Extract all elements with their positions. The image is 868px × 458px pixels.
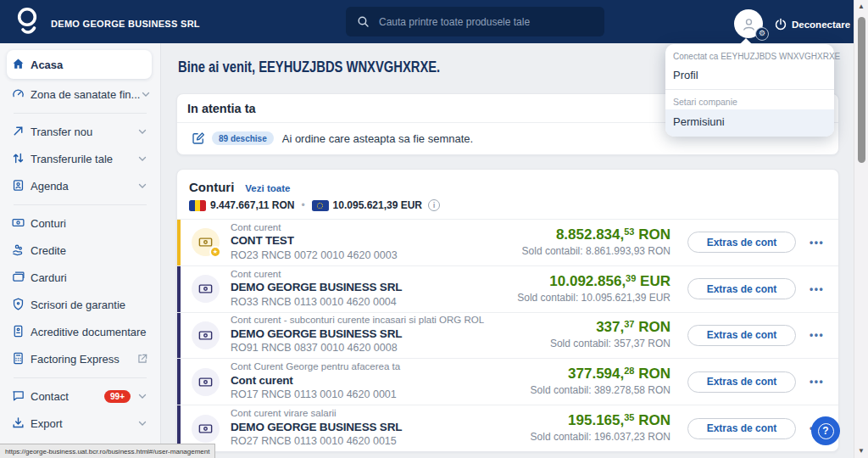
cards-icon xyxy=(11,270,25,285)
row-accent xyxy=(177,313,181,359)
more-options-icon[interactable]: ••• xyxy=(810,237,826,249)
more-options-icon[interactable]: ••• xyxy=(810,283,826,295)
sidebar-item-transfer-nou[interactable]: Transfer nou xyxy=(0,118,160,145)
sidebar-item-acreditive[interactable]: Acreditive documentare xyxy=(0,318,160,345)
extras-de-cont-button[interactable]: Extras de cont xyxy=(687,325,796,346)
sidebar-item-credite[interactable]: Credite xyxy=(0,237,160,264)
search-input[interactable]: Cauta printre toate produsele tale xyxy=(346,7,604,36)
sidebar-item-zona-sanatate[interactable]: Zona de sanatate fin... xyxy=(0,81,160,108)
extras-de-cont-button[interactable]: Extras de cont xyxy=(687,371,796,393)
account-icon xyxy=(192,275,220,303)
company-name[interactable]: DEMO GEORGE BUSINESS SRL xyxy=(51,19,200,29)
scrollbar-thumb[interactable] xyxy=(858,17,865,163)
dot-separator: • xyxy=(301,199,304,211)
power-icon[interactable] xyxy=(773,17,788,36)
search-placeholder: Cauta printre toate produsele tale xyxy=(379,16,530,28)
status-url-tooltip: https://george-business.uat.bcr.ro/busin… xyxy=(0,444,215,458)
menu-item-profil[interactable]: Profil xyxy=(665,65,834,89)
contact-count-badge: 99+ xyxy=(104,390,131,403)
open-orders-badge: 89 deschise xyxy=(212,131,274,145)
sidebar-item-carduri[interactable]: Carduri xyxy=(0,264,160,291)
calculator-icon xyxy=(11,351,25,366)
edit-icon xyxy=(191,131,206,146)
gear-icon[interactable]: ⚙ xyxy=(755,27,769,41)
row-accent xyxy=(177,359,181,405)
sidebar-item-conturi[interactable]: Conturi xyxy=(0,209,160,237)
chevron-down-icon xyxy=(136,180,148,192)
account-icon xyxy=(192,321,220,349)
chevron-down-icon xyxy=(136,153,148,165)
hand-coins-icon xyxy=(11,243,25,258)
download-icon xyxy=(11,416,25,431)
scroll-down-icon[interactable]: ▼ xyxy=(854,444,868,458)
chevron-down-icon xyxy=(136,126,148,137)
sidebar-divider xyxy=(14,113,147,114)
logout-button[interactable]: Deconectare xyxy=(792,20,850,30)
account-icon xyxy=(192,368,220,396)
eu-flag-icon xyxy=(312,200,329,211)
menu-section-label: Setari companie xyxy=(665,90,834,109)
info-icon[interactable]: i xyxy=(428,199,440,211)
contact-card-icon xyxy=(11,178,25,193)
account-row[interactable]: Cont curent virare salarii DEMO GEORGE B… xyxy=(177,405,838,451)
extras-de-cont-button[interactable]: Extras de cont xyxy=(687,278,796,299)
arrows-up-down-icon xyxy=(11,151,25,166)
extras-de-cont-button[interactable]: Extras de cont xyxy=(687,418,796,439)
external-link-icon xyxy=(136,353,148,365)
chevron-down-icon xyxy=(136,390,148,402)
more-options-icon[interactable]: ••• xyxy=(810,376,826,388)
extras-de-cont-button[interactable]: Extras de cont xyxy=(687,232,796,253)
accounts-card: Conturi Vezi toate 9.447.667,11 RON • 10… xyxy=(176,169,839,452)
help-button[interactable]: ? xyxy=(811,416,840,445)
sidebar-divider xyxy=(14,377,147,378)
sidebar-item-agenda[interactable]: Agenda xyxy=(0,172,160,199)
sidebar-item-export[interactable]: Export xyxy=(0,410,160,437)
page-title: Bine ai venit, EEYHUZJBDS WNXVGHXRXE. xyxy=(178,59,440,76)
question-mark-icon: ? xyxy=(818,423,834,439)
account-icon xyxy=(192,415,220,443)
account-icon: ★ xyxy=(192,228,220,256)
account-row[interactable]: Cont curent - subconturi curente incasar… xyxy=(177,312,838,359)
home-icon xyxy=(11,57,25,72)
total-ron: 9.447.667,11 RON xyxy=(210,199,294,211)
banknote-icon xyxy=(11,215,25,231)
view-all-link[interactable]: Vezi toate xyxy=(245,183,290,193)
chevron-down-icon xyxy=(136,417,148,429)
sidebar-item-scrisori-garantie[interactable]: Scrisori de garantie xyxy=(0,291,160,318)
account-row[interactable]: ★ Cont curent CONT TEST RO23 RNCB 0072 0… xyxy=(177,219,838,265)
arrow-up-right-icon xyxy=(11,124,25,139)
sidebar-item-acasa[interactable]: Acasa xyxy=(7,50,152,79)
account-row[interactable]: Cont curent DEMO GEORGE BUSINESS SRL RO3… xyxy=(177,265,838,312)
row-accent xyxy=(177,220,181,265)
search-icon xyxy=(356,14,370,29)
sidebar-item-factoring[interactable]: Factoring Express xyxy=(0,345,160,372)
star-badge-icon: ★ xyxy=(209,246,221,258)
sidebar: Acasa Zona de sanatate fin... Transfer n… xyxy=(0,43,161,458)
page-scrollbar[interactable]: ▲ ▼ xyxy=(854,0,868,458)
document-icon xyxy=(11,324,25,339)
attention-message: Ai ordine care asteapta sa fie semnate. xyxy=(282,132,473,145)
row-accent xyxy=(177,266,181,312)
account-row[interactable]: Cont Curent George pentru afacerea ta Co… xyxy=(177,358,838,405)
chat-icon xyxy=(11,388,25,404)
george-logo-icon[interactable] xyxy=(15,6,42,41)
shield-icon xyxy=(11,297,25,312)
user-menu-dropdown: Conectat ca EEYHUZJBDS WNXVGHXRXE Profil… xyxy=(665,44,834,137)
romania-flag-icon xyxy=(189,200,206,211)
scroll-up-icon[interactable]: ▲ xyxy=(854,0,868,14)
chevron-down-icon xyxy=(140,88,152,100)
gauge-icon xyxy=(11,87,25,102)
sidebar-divider xyxy=(14,204,147,205)
connected-as-label: Conectat ca EEYHUZJBDS WNXVGHXRXE xyxy=(665,44,834,65)
more-options-icon[interactable]: ••• xyxy=(810,329,826,341)
total-eur: 10.095.621,39 EUR xyxy=(333,199,422,211)
menu-item-permisiuni[interactable]: Permisiuni xyxy=(665,109,834,137)
sidebar-item-contact[interactable]: Contact 99+ xyxy=(0,383,160,410)
sidebar-item-transferurile-tale[interactable]: Transferurile tale xyxy=(0,145,160,172)
accounts-title: Conturi xyxy=(189,180,234,194)
